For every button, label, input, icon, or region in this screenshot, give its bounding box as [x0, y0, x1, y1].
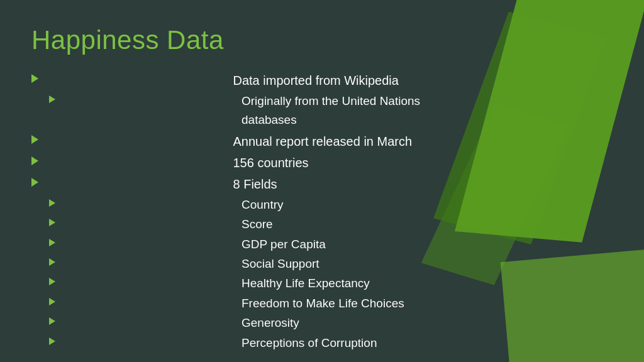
bullet-text: Originally from the United Nations datab… — [242, 92, 421, 130]
list-item: Generosity — [49, 314, 421, 332]
bullet-text: Annual report released in March — [233, 131, 422, 151]
list-item-subbullet-container: Originally from the United Nations datab… — [31, 92, 421, 130]
bullet-text: Generosity — [242, 314, 421, 332]
list-item: Score — [49, 215, 421, 234]
bullet-text: Perceptions of Corruption — [242, 334, 421, 353]
main-bullet-list: Data imported from Wikipedia Originally … — [31, 70, 421, 353]
bullet-text: Score — [242, 215, 421, 234]
bullet-arrow-icon — [49, 239, 235, 246]
bullet-arrow-icon — [49, 298, 235, 305]
bullet-arrow-icon — [49, 337, 235, 345]
bullet-text: Country — [242, 195, 421, 214]
deco-shape-1 — [455, 0, 644, 243]
list-item-subbullet-container: Country Score GDP per Capita Social Supp… — [31, 195, 421, 353]
bullet-text: Freedom to Make Life Choices — [242, 294, 421, 313]
bullet-arrow-icon — [49, 258, 235, 266]
decorative-background — [443, 0, 644, 362]
slide-content: Happiness Data Data imported from Wikipe… — [0, 0, 453, 362]
list-item: Country — [49, 195, 421, 214]
bullet-arrow-icon — [49, 317, 235, 325]
nested-bullet-list-1: Originally from the United Nations datab… — [49, 92, 421, 130]
list-item: Healthy Life Expectancy — [49, 274, 421, 293]
list-item: 156 countries — [31, 153, 421, 173]
bullet-arrow-icon — [31, 135, 227, 144]
list-item: GDP per Capita — [49, 235, 421, 254]
list-item: Freedom to Make Life Choices — [49, 294, 421, 313]
nested-bullet-list-2: Country Score GDP per Capita Social Supp… — [49, 195, 421, 353]
bullet-text: 156 countries — [233, 153, 422, 173]
list-item: Annual report released in March — [31, 131, 421, 151]
slide: Happiness Data Data imported from Wikipe… — [0, 0, 644, 362]
bullet-arrow-icon — [31, 74, 227, 83]
bullet-arrow-icon — [49, 219, 235, 226]
bullet-arrow-icon — [49, 278, 235, 285]
list-item: Originally from the United Nations datab… — [49, 92, 421, 130]
bullet-text: Social Support — [242, 255, 421, 273]
bullet-arrow-icon — [31, 156, 227, 165]
list-item: Data imported from Wikipedia — [31, 70, 421, 90]
list-item: 8 Fields — [31, 174, 421, 194]
bullet-arrow-icon — [49, 96, 235, 103]
list-item: Perceptions of Corruption — [49, 334, 421, 353]
bullet-text: Data imported from Wikipedia — [233, 70, 422, 90]
slide-title: Happiness Data — [31, 25, 421, 55]
bullet-text: GDP per Capita — [242, 235, 421, 254]
bullet-arrow-icon — [31, 178, 227, 187]
bullet-arrow-icon — [49, 199, 235, 207]
list-item: Social Support — [49, 255, 421, 273]
deco-shape-4 — [501, 248, 644, 362]
deco-shape-2 — [433, 11, 606, 244]
bullet-text: 8 Fields — [233, 174, 422, 194]
bullet-text: Healthy Life Expectancy — [242, 274, 421, 293]
